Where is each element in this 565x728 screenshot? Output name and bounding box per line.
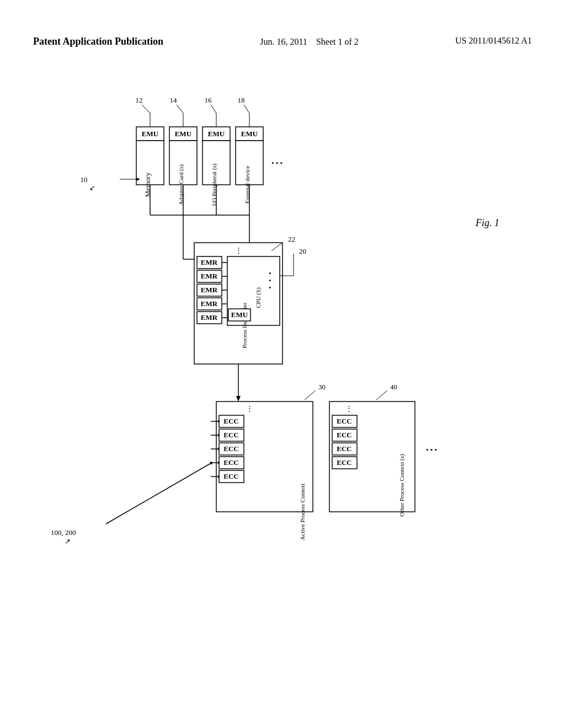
svg-text:ECC: ECC	[223, 417, 238, 425]
svg-text:20: 20	[299, 247, 306, 255]
patent-diagram: .label { font-family: 'Times New Roman',…	[33, 88, 532, 695]
svg-text:Fig. 1: Fig. 1	[475, 217, 499, 228]
svg-text:↗: ↗	[65, 537, 71, 545]
header-date-sheet: Jun. 16, 2011 Sheet 1 of 2	[260, 35, 359, 49]
svg-text:⋮: ⋮	[246, 404, 253, 413]
svg-line-112	[106, 463, 211, 524]
svg-line-73	[305, 390, 316, 400]
svg-text:EMU: EMU	[231, 311, 248, 319]
svg-text:14: 14	[170, 96, 178, 104]
svg-line-10	[244, 105, 249, 113]
svg-text:⋮: ⋮	[345, 404, 353, 413]
svg-text:ECC: ECC	[223, 472, 238, 480]
svg-text:22: 22	[288, 235, 295, 243]
svg-text:EMR: EMR	[201, 272, 218, 280]
svg-text:EMR: EMR	[201, 299, 218, 308]
svg-text:12: 12	[136, 96, 143, 104]
svg-marker-72	[236, 396, 241, 402]
svg-line-75	[376, 390, 387, 400]
svg-line-4	[177, 105, 183, 113]
svg-text:EMR: EMR	[201, 286, 218, 294]
svg-text:ECC: ECC	[337, 445, 351, 453]
svg-text:ECC: ECC	[223, 458, 238, 467]
svg-text:10: 10	[81, 175, 88, 184]
svg-line-7	[211, 105, 216, 113]
svg-text:ECC: ECC	[337, 431, 351, 439]
svg-text:Other Process Context (s): Other Process Context (s)	[398, 454, 406, 517]
svg-text:EMU: EMU	[142, 130, 159, 138]
svg-text:I/O Peripheral (s): I/O Peripheral (s)	[211, 163, 218, 206]
header-patent-number: US 2011/0145612 A1	[455, 35, 532, 47]
svg-text:30: 30	[318, 383, 326, 391]
svg-text:• • •: • • •	[271, 159, 282, 167]
svg-text:• • •: • • •	[426, 446, 437, 454]
svg-text:EMR: EMR	[201, 258, 218, 266]
svg-text:ECC: ECC	[337, 458, 351, 467]
svg-text:CPU (S): CPU (S)	[255, 287, 262, 308]
svg-text:100, 200: 100, 200	[51, 528, 76, 537]
svg-text:40: 40	[390, 383, 397, 391]
diagram-area: .label { font-family: 'Times New Roman',…	[33, 88, 532, 695]
svg-text:⋮: ⋮	[235, 246, 242, 254]
svg-text:Adapter Card (s): Adapter Card (s)	[178, 164, 185, 205]
header-publication-type: Patent Application Publication	[33, 35, 163, 48]
svg-line-1	[142, 105, 150, 113]
page-header: Patent Application Publication Jun. 16, …	[0, 35, 565, 49]
svg-text:ECC: ECC	[223, 431, 238, 439]
svg-text:↙: ↙	[89, 184, 95, 192]
svg-text:EMU: EMU	[175, 130, 192, 138]
svg-text:18: 18	[238, 96, 245, 104]
svg-text:ECC: ECC	[223, 445, 238, 453]
svg-text:ECC: ECC	[337, 417, 351, 425]
svg-text:EMR: EMR	[201, 313, 218, 322]
svg-text:EMU: EMU	[241, 130, 258, 138]
svg-text:•: •	[269, 283, 271, 292]
svg-text:EMU: EMU	[208, 130, 225, 138]
svg-text:16: 16	[205, 96, 212, 104]
svg-text:Active Process Context: Active Process Context	[299, 483, 306, 540]
